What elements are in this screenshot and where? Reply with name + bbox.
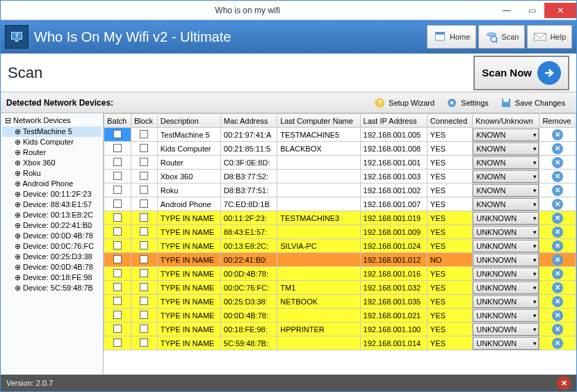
column-header[interactable]: Last IP Address [360, 114, 427, 128]
block-checkbox[interactable] [140, 172, 148, 180]
remove-button[interactable]: ✕ [552, 143, 563, 154]
footer-close-button[interactable]: ✕ [557, 376, 571, 390]
table-row[interactable]: Kids Computer00:21:85:11:5BLACKBOX192.16… [104, 142, 576, 156]
close-button[interactable]: ✕ [544, 3, 576, 18]
table-row[interactable]: TYPE IN NAME00:18:FE:98:HPPRINTER192.168… [104, 322, 576, 336]
batch-checkbox[interactable] [113, 338, 122, 347]
remove-button[interactable]: ✕ [552, 171, 563, 182]
table-row[interactable]: Xbox 360D8:B3:77:52:192.168.001.003YESKN… [104, 170, 576, 183]
block-checkbox[interactable] [140, 144, 148, 152]
column-header[interactable]: Block [131, 114, 158, 128]
tree-item[interactable]: ⊕ Device: 5C:59:48:7B [2, 283, 101, 293]
table-row[interactable]: RouterC0:3F:0E:8D:192.168.001.001YESKNOW… [104, 156, 576, 170]
settings-button[interactable]: Settings [440, 95, 494, 111]
tree-item[interactable]: ⊕ Device: 00:22:41:B0 [2, 220, 101, 231]
batch-checkbox[interactable] [113, 213, 122, 222]
tree-item[interactable]: ⊕ Android Phone [2, 179, 101, 189]
known-select[interactable]: UNKNOWN▾ [473, 254, 539, 266]
known-select[interactable]: UNKNOWN▾ [473, 281, 539, 294]
column-header[interactable]: Remove [539, 114, 576, 128]
table-row[interactable]: Android Phone7C:ED:8D:1B192.168.001.007Y… [104, 197, 576, 211]
known-select[interactable]: UNKNOWN▾ [473, 309, 539, 322]
column-header[interactable]: Batch [104, 114, 131, 128]
nav-scan-button[interactable]: Scan [478, 25, 525, 49]
tree-item[interactable]: ⊕ Roku [2, 168, 101, 179]
tree-root[interactable]: ⊟ Network Devices [2, 115, 101, 126]
remove-button[interactable]: ✕ [552, 310, 563, 321]
remove-button[interactable]: ✕ [552, 254, 563, 266]
block-checkbox[interactable] [140, 158, 148, 166]
tree-item[interactable]: ⊕ Device: 00:0C:76:FC [2, 241, 101, 252]
remove-button[interactable]: ✕ [552, 324, 563, 335]
block-checkbox[interactable] [140, 297, 148, 305]
column-header[interactable]: Connected [427, 114, 472, 128]
block-checkbox[interactable] [140, 241, 148, 250]
table-row[interactable]: RokuD8:B3:77:51:192.168.001.002YESKNOWN▾… [104, 183, 576, 197]
table-row[interactable]: TYPE IN NAME00:13:E8:2C:SILVIA-PC192.168… [104, 239, 576, 253]
tree-item[interactable]: ⊕ Device: 00:0D:4B:78 [2, 262, 101, 272]
remove-button[interactable]: ✕ [552, 185, 563, 196]
batch-checkbox[interactable] [113, 283, 122, 291]
tree-item[interactable]: ⊕ Xbox 360 [2, 158, 101, 168]
table-row[interactable]: TYPE IN NAME00:11:2F:23:TESTMACHINE3192.… [104, 211, 576, 225]
known-select[interactable]: UNKNOWN▾ [473, 226, 539, 238]
block-checkbox[interactable] [140, 227, 148, 236]
block-checkbox[interactable] [140, 130, 148, 138]
batch-checkbox[interactable] [113, 227, 122, 236]
batch-checkbox[interactable] [113, 311, 122, 319]
save-changes-button[interactable]: Save Changes [494, 95, 571, 111]
maximize-button[interactable]: ▭ [519, 3, 544, 18]
tree-item[interactable]: ⊕ Kids Computer [2, 137, 101, 147]
block-checkbox[interactable] [140, 199, 148, 208]
batch-checkbox[interactable] [113, 186, 122, 194]
remove-button[interactable]: ✕ [552, 213, 563, 224]
remove-button[interactable]: ✕ [552, 157, 563, 168]
setup-wizard-button[interactable]: ? Setup Wizard [368, 95, 440, 111]
batch-checkbox[interactable] [113, 199, 122, 208]
tree-item[interactable]: ⊕ Router [2, 147, 101, 158]
tree-item[interactable]: ⊕ Device: 00:13:E8:2C [2, 210, 101, 220]
minimize-button[interactable]: — [494, 3, 519, 18]
batch-checkbox[interactable] [113, 297, 122, 305]
table-row[interactable]: TestMachine 500:21:97:41:ATESTMACHINE519… [104, 128, 576, 142]
block-checkbox[interactable] [140, 338, 148, 347]
known-select[interactable]: UNKNOWN▾ [473, 295, 539, 308]
table-row[interactable]: TYPE IN NAME5C:59:48:7B:192.168.001.014Y… [104, 336, 576, 350]
block-checkbox[interactable] [140, 283, 148, 291]
remove-button[interactable]: ✕ [552, 199, 563, 210]
known-select[interactable]: KNOWN▾ [473, 129, 539, 141]
table-row[interactable]: TYPE IN NAME00:22:41:B0:192.168.001.012N… [104, 253, 576, 267]
known-select[interactable]: KNOWN▾ [473, 198, 539, 211]
batch-checkbox[interactable] [113, 241, 122, 250]
remove-button[interactable]: ✕ [552, 338, 563, 349]
table-row[interactable]: TYPE IN NAME00:0D:4B:78:192.168.001.016Y… [104, 267, 576, 281]
known-select[interactable]: KNOWN▾ [473, 156, 539, 169]
tree-item[interactable]: ⊕ TestMachine 5 [2, 126, 101, 137]
device-tree[interactable]: ⊟ Network Devices ⊕ TestMachine 5⊕ Kids … [1, 113, 104, 375]
tree-item[interactable]: ⊕ Device: 00:25:D3:38 [2, 252, 101, 262]
tree-item[interactable]: ⊕ Device: 00:0D:4B:78 [2, 231, 101, 241]
batch-checkbox[interactable] [113, 130, 122, 138]
known-select[interactable]: UNKNOWN▾ [473, 337, 539, 350]
table-row[interactable]: TYPE IN NAME00:0D:4B:78:192.168.001.021Y… [104, 309, 576, 322]
remove-button[interactable]: ✕ [552, 268, 563, 279]
tree-item[interactable]: ⊕ Device: 88:43:E1:57 [2, 199, 101, 210]
column-header[interactable]: Last Computer Name [277, 114, 360, 128]
known-select[interactable]: UNKNOWN▾ [473, 240, 539, 252]
tree-item[interactable]: ⊕ Device: 00:11:2F:23 [2, 189, 101, 199]
batch-checkbox[interactable] [113, 255, 122, 263]
block-checkbox[interactable] [140, 213, 148, 222]
known-select[interactable]: UNKNOWN▾ [473, 268, 539, 280]
nav-home-button[interactable]: Home [427, 25, 476, 49]
nav-help-button[interactable]: Help [527, 25, 572, 49]
block-checkbox[interactable] [140, 186, 148, 194]
tree-item[interactable]: ⊕ Device: 00:18:FE:98 [2, 272, 101, 283]
remove-button[interactable]: ✕ [552, 240, 563, 252]
block-checkbox[interactable] [140, 325, 148, 333]
column-header[interactable]: Mac Address [220, 114, 277, 128]
block-checkbox[interactable] [140, 255, 148, 263]
table-row[interactable]: TYPE IN NAME00:25:D3:38:NETBOOK192.168.0… [104, 295, 576, 309]
block-checkbox[interactable] [140, 311, 148, 319]
batch-checkbox[interactable] [113, 158, 122, 166]
known-select[interactable]: UNKNOWN▾ [473, 212, 539, 224]
